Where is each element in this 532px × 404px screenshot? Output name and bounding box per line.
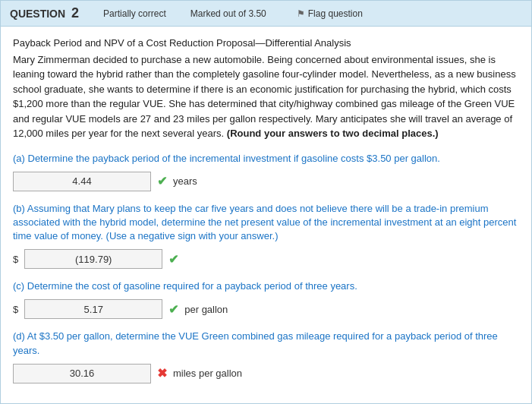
part-c-check-icon: ✔ [168,302,178,317]
part-d-block: (d) At $3.50 per gallon, determine the V… [13,330,519,383]
question-label: QUESTION 2 [10,5,79,21]
part-d-input[interactable] [13,364,151,383]
question-title-line: Payback Period and NPV of a Cost Reducti… [13,36,519,51]
part-b-block: (b) Assuming that Mary plans to keep the… [13,202,519,270]
part-d-label: (d) At $3.50 per gallon, determine the V… [13,330,519,357]
flag-question-button[interactable]: ⚑ Flag question [297,8,363,19]
part-c-label: (c) Determine the cost of gasoline requi… [13,279,519,293]
question-word: QUESTION [10,8,65,20]
question-body: Payback Period and NPV of a Cost Reducti… [1,27,531,403]
part-d-cross-icon: ✖ [157,366,167,380]
part-a-block: (a) Determine the payback period of the … [13,152,519,191]
part-d-answer-row: ✖ miles per gallon [13,364,519,383]
part-a-label: (a) Determine the payback period of the … [13,152,519,166]
part-b-prefix: $ [13,254,18,265]
flag-icon: ⚑ [297,8,305,19]
question-body-text: Mary Zimmerman decided to purchase a new… [13,52,519,141]
part-b-input[interactable] [24,249,162,269]
part-a-answer-row: ✔ years [13,172,519,191]
question-bold: (Round your answers to two decimal place… [227,128,439,139]
question-header: QUESTION 2 Partially correct Marked out … [1,1,531,27]
part-c-input[interactable] [24,299,162,319]
question-number: 2 [71,5,79,21]
question-body-span: Mary Zimmerman decided to purchase a new… [13,54,516,140]
part-d-unit: miles per gallon [173,368,242,379]
question-text: Payback Period and NPV of a Cost Reducti… [13,36,519,141]
status-badge: Partially correct [103,8,166,19]
question-container: QUESTION 2 Partially correct Marked out … [0,0,532,404]
part-c-prefix: $ [13,304,18,315]
flag-label: Flag question [308,8,363,19]
part-b-check-icon: ✔ [168,252,178,267]
part-c-block: (c) Determine the cost of gasoline requi… [13,279,519,319]
part-b-answer-row: $ ✔ [13,249,519,269]
part-a-check-icon: ✔ [157,174,167,188]
part-c-unit: per gallon [184,304,228,315]
part-b-label: (b) Assuming that Mary plans to keep the… [13,202,519,244]
marked-out-label: Marked out of 3.50 [190,8,266,19]
part-a-unit: years [173,175,197,187]
part-c-answer-row: $ ✔ per gallon [13,299,519,319]
part-a-input[interactable] [13,172,151,191]
